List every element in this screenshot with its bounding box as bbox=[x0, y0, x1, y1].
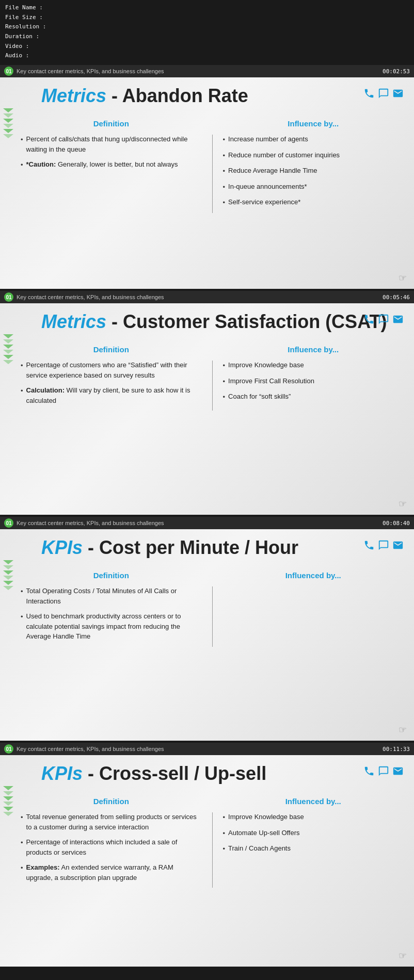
chevron-icon bbox=[3, 334, 13, 338]
bullet-text: Used to benchmark productivity across ce… bbox=[26, 611, 202, 642]
influence-column: Influence by... • Increase number of age… bbox=[213, 119, 404, 213]
bullet-text: Reduce number of customer inquiries bbox=[228, 150, 340, 161]
bullet-dot: • bbox=[21, 612, 23, 642]
definition-bullet: • Percent of calls/chats that hung up/di… bbox=[21, 134, 202, 154]
bullet-dot: • bbox=[21, 812, 23, 832]
definition-header: Definition bbox=[21, 797, 202, 806]
bullet-text: Used to benchmark productivity across ce… bbox=[26, 612, 181, 640]
chevron-icon bbox=[3, 119, 13, 123]
chevron-icon bbox=[3, 796, 13, 801]
chevron-icon bbox=[3, 124, 13, 128]
channel-icons bbox=[363, 540, 404, 552]
bullet-dot: • bbox=[21, 361, 23, 380]
bullet-text: Examples: An extended service warranty, … bbox=[26, 863, 173, 881]
file-info-panel: File Name : File Size : Resolution : Dur… bbox=[0, 0, 414, 65]
bullet-text: Improve Knowledge base bbox=[228, 812, 304, 823]
chevron-icon bbox=[3, 355, 13, 359]
slide-timestamp: 00:05:46 bbox=[383, 294, 410, 301]
definition-bullet: • *Caution: Generally, lower is better, … bbox=[21, 159, 202, 170]
slide-topic: Key contact center metrics, KPIs, and bu… bbox=[17, 746, 164, 752]
bullet-dot: • bbox=[223, 182, 226, 192]
influence-header: Influenced by... bbox=[223, 797, 404, 806]
definition-bullet: • Total Operating Costs / Total Minutes … bbox=[21, 586, 202, 606]
cursor-icon: ☞ bbox=[399, 724, 407, 736]
cursor-icon: ☞ bbox=[399, 950, 407, 961]
channel-icons bbox=[363, 765, 404, 778]
bullet-text: *Caution: Generally, lower is better, bu… bbox=[26, 159, 178, 170]
resolution-label: Resolution : bbox=[5, 23, 46, 30]
chevron-icon bbox=[3, 360, 13, 364]
influence-bullet: • Self-service experience* bbox=[223, 197, 404, 208]
chevron-icon bbox=[3, 791, 13, 795]
bullet-dot: • bbox=[223, 844, 226, 854]
topbar-left: 01 Key contact center metrics, KPIs, and… bbox=[4, 744, 164, 754]
title-rest: - Cost per Minute / Hour bbox=[83, 536, 298, 559]
bullet-dot: • bbox=[223, 135, 226, 145]
bullet-dot: • bbox=[21, 160, 23, 170]
bullet-text: Total Operating Costs / Total Minutes of… bbox=[26, 586, 202, 606]
title-keyword: Metrics bbox=[41, 311, 106, 333]
influence-bullet: • In-queue announcements* bbox=[223, 182, 404, 192]
slide-topbar: 01 Key contact center metrics, KPIs, and… bbox=[0, 65, 414, 77]
definition-column: Definition • Total Operating Costs / Tot… bbox=[21, 571, 212, 647]
phone-icon bbox=[363, 540, 375, 552]
influence-bullet: • Improve Knowledge base bbox=[223, 812, 404, 823]
bullet-dot: • bbox=[21, 386, 23, 405]
influence-bullet: • Increase number of agents bbox=[223, 134, 404, 145]
definition-bullet: • Percentage of customers who are “Satis… bbox=[21, 360, 202, 380]
slide-content: Metrics - Customer Satisfaction (CSAT) D… bbox=[0, 303, 414, 515]
bullet-dot: • bbox=[21, 586, 23, 606]
chevron-icon bbox=[3, 108, 13, 112]
bullet-dot: • bbox=[223, 361, 226, 371]
influence-header: Influenced by... bbox=[223, 571, 404, 580]
title-rest: - Customer Satisfaction (CSAT) bbox=[106, 311, 387, 333]
bullet-text: Percentage of interactions which include… bbox=[26, 837, 202, 857]
file-size-label: File Size : bbox=[5, 14, 43, 21]
definition-column: Definition • Total revenue generated fro… bbox=[21, 797, 212, 888]
chevron-icon bbox=[3, 134, 13, 138]
slide-title: KPIs - Cross-sell / Up-sell bbox=[26, 762, 266, 785]
slide-topic: Key contact center metrics, KPIs, and bu… bbox=[17, 520, 164, 526]
chat-icon bbox=[378, 765, 389, 778]
two-column-layout: Definition • Total revenue generated fro… bbox=[10, 797, 404, 888]
chevron-icon bbox=[3, 113, 13, 118]
channel-icons bbox=[363, 314, 404, 326]
file-name-label: File Name : bbox=[5, 4, 43, 11]
chevron-icon bbox=[3, 802, 13, 806]
title-row: Metrics - Customer Satisfaction (CSAT) bbox=[10, 311, 404, 340]
bullet-text: Train / Coach Agents bbox=[228, 843, 291, 854]
phone-icon bbox=[363, 765, 375, 778]
topbar-left: 01 Key contact center metrics, KPIs, and… bbox=[4, 292, 164, 302]
bullet-text: Improve First Call Resolution bbox=[228, 376, 314, 387]
slide-topbar: 01 Key contact center metrics, KPIs, and… bbox=[0, 291, 414, 303]
bullet-text: *Caution: Generally, lower is better, bu… bbox=[26, 160, 178, 168]
duration-label: Duration : bbox=[5, 33, 39, 40]
slide-timestamp: 00:08:40 bbox=[383, 520, 410, 527]
influence-header: Influence by... bbox=[223, 119, 404, 128]
bullet-text: Percentage of interactions which include… bbox=[26, 838, 178, 856]
bullet-text: Percent of calls/chats that hung up/disc… bbox=[26, 134, 202, 154]
influence-bullet: • Coach for “soft skills” bbox=[223, 391, 404, 402]
bullet-text: Coach for “soft skills” bbox=[228, 391, 291, 402]
definition-bullet: • Examples: An extended service warranty… bbox=[21, 862, 202, 883]
influence-bullet: • Reduce Average Handle Time bbox=[223, 166, 404, 176]
definition-bullet: • Used to benchmark productivity across … bbox=[21, 611, 202, 642]
slide-title: Metrics - Abandon Rate bbox=[26, 85, 248, 107]
bullet-dot: • bbox=[21, 135, 23, 154]
chevron-icon bbox=[3, 586, 13, 590]
slide-3: 01 Key contact center metrics, KPIs, and… bbox=[0, 517, 414, 741]
definition-bullet: • Percentage of interactions which inclu… bbox=[21, 837, 202, 857]
bullet-text: Percentage of customers who are “Satisfi… bbox=[26, 361, 187, 379]
definition-column: Definition • Percentage of customers who… bbox=[21, 345, 212, 411]
title-row: KPIs - Cost per Minute / Hour bbox=[10, 536, 404, 566]
slide-badge: 01 bbox=[4, 518, 13, 528]
chevron-icon bbox=[3, 576, 13, 580]
slide-4: 01 Key contact center metrics, KPIs, and… bbox=[0, 743, 414, 967]
bullet-text: Examples: An extended service warranty, … bbox=[26, 862, 202, 883]
bullet-text: Improve Knowledge base bbox=[228, 360, 304, 371]
title-row: KPIs - Cross-sell / Up-sell bbox=[10, 762, 404, 792]
definition-header: Definition bbox=[21, 571, 202, 580]
bullet-dot: • bbox=[223, 392, 226, 402]
chevron-icon bbox=[3, 350, 13, 354]
definition-bullet: • Calculation: Will vary by client, be s… bbox=[21, 385, 202, 405]
